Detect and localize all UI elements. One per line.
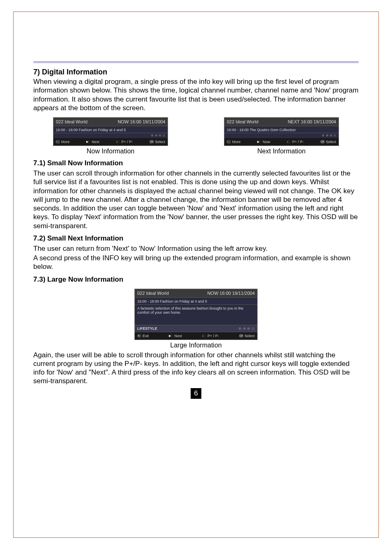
section-72-title: 7.2) Small Next Information [33, 234, 359, 243]
osd-next-header: 022 Ideal World NEXT 16:00 19/11/2004 [224, 118, 339, 126]
osd-next-more: iMore [227, 140, 241, 144]
osd-large-caption: Large Information [170, 342, 221, 349]
osd-large-pkeys: ↕P+ / P- [202, 334, 219, 338]
section-72-body1: The user can return from 'Next' to 'Now'… [33, 244, 359, 253]
osd-large-header: 022 Ideal World NOW 16:00 19/11/2004 [135, 289, 257, 298]
ok-icon: OK [150, 140, 154, 144]
osd-now-time: NOW 16:00 19/11/2004 [118, 119, 165, 124]
osd-now-program: 16:00 - 18:00 Fashion on Friday at 4 and… [53, 126, 168, 133]
info-icon: i [56, 140, 60, 144]
osd-next-channel: 022 Ideal World [227, 119, 258, 124]
osd-now-more: iMore [56, 140, 70, 144]
osd-next-program: 18:00 - 19:00 The Quattro Gem Collection [224, 126, 339, 133]
updown-icon: ↕ [287, 140, 291, 144]
osd-large-status-icons: ⊗ ⊗ ⊗ ⊙ [238, 326, 255, 331]
osd-next-now: ▶Now [257, 140, 270, 144]
section-73-title: 7.3) Large Now Information [33, 275, 359, 284]
osd-large-select: OKSelect [239, 334, 255, 338]
page-frame: 7) Digital Information When viewing a di… [13, 12, 379, 538]
osd-now-channel: 022 Ideal World [56, 119, 88, 124]
osd-now-select: OKSelect [150, 140, 165, 144]
osd-now-next: ▶Next [86, 140, 99, 144]
ok-icon: OK [239, 334, 243, 338]
section-divider [33, 61, 359, 63]
osd-large-block: 022 Ideal World NOW 16:00 19/11/2004 16:… [33, 285, 359, 351]
osd-large-channel: 022 Ideal World [137, 291, 169, 296]
osd-next-status-icons: ⊗ ⊗ ⊗ ⊙ [224, 133, 339, 138]
osd-now-footer: iMore ▶Next ↕P+ / P- OKSelect [53, 138, 168, 146]
play-icon: ▶ [257, 140, 261, 144]
osd-large-time: NOW 16:00 19/11/2004 [207, 291, 255, 296]
osd-now-caption: Now Information [87, 148, 135, 155]
ok-icon: OK [321, 140, 325, 144]
exit-icon: ✕ [137, 334, 141, 338]
section-7-title: 7) Digital Information [33, 68, 359, 76]
updown-icon: ↕ [116, 140, 120, 144]
osd-large-description: A fantastic selection of this seasons fa… [135, 305, 257, 325]
osd-large-genre-row: LIFESTYLE ⊗ ⊗ ⊗ ⊙ [135, 325, 257, 332]
osd-now-pkeys: ↕P+ / P- [116, 140, 133, 144]
osd-next-caption: Next Information [257, 148, 305, 155]
section-7-intro: When viewing a digital program, a single… [33, 77, 359, 112]
play-icon: ▶ [86, 140, 90, 144]
osd-small-row: 022 Ideal World NOW 16:00 19/11/2004 16:… [33, 117, 359, 155]
page-number-wrap: 6 [33, 386, 359, 399]
section-71-title: 7.1) Small Now Information [33, 159, 359, 167]
osd-large-footer: ✕Exit ▶Next ↕P+ / P- OKSelect [135, 332, 257, 340]
osd-now-column: 022 Ideal World NOW 16:00 19/11/2004 16:… [53, 117, 168, 155]
page-number: 6 [191, 388, 201, 399]
osd-next-pkeys: ↕P+ / P- [287, 140, 304, 144]
osd-large-genre: LIFESTYLE [137, 326, 157, 331]
updown-icon: ↕ [202, 334, 206, 338]
osd-next-footer: iMore ▶Now ↕P+ / P- OKSelect [224, 138, 339, 146]
osd-next-select: OKSelect [321, 140, 336, 144]
osd-large-next: ▶Next [169, 334, 182, 338]
osd-large-banner: 022 Ideal World NOW 16:00 19/11/2004 16:… [134, 289, 258, 340]
osd-large-exit: ✕Exit [137, 334, 149, 338]
section-73-body: Again, the user will be able to scroll t… [33, 351, 359, 386]
osd-now-header: 022 Ideal World NOW 16:00 19/11/2004 [53, 118, 168, 126]
osd-next-banner: 022 Ideal World NEXT 16:00 19/11/2004 18… [224, 117, 339, 146]
osd-next-column: 022 Ideal World NEXT 16:00 19/11/2004 18… [224, 117, 339, 155]
section-72-body2: A second press of the INFO key will brin… [33, 254, 359, 271]
osd-large-program: 16:00 - 18:00 Fashion on Friday at 4 and… [135, 298, 257, 305]
osd-now-status-icons: ⊗ ⊗ ⊗ ⊙ [53, 133, 168, 138]
section-71-body: The user can scroll through information … [33, 169, 359, 230]
osd-now-banner: 022 Ideal World NOW 16:00 19/11/2004 16:… [53, 117, 168, 146]
info-icon: i [227, 140, 231, 144]
play-icon: ▶ [169, 334, 173, 338]
osd-next-time: NEXT 16:00 19/11/2004 [288, 119, 336, 124]
